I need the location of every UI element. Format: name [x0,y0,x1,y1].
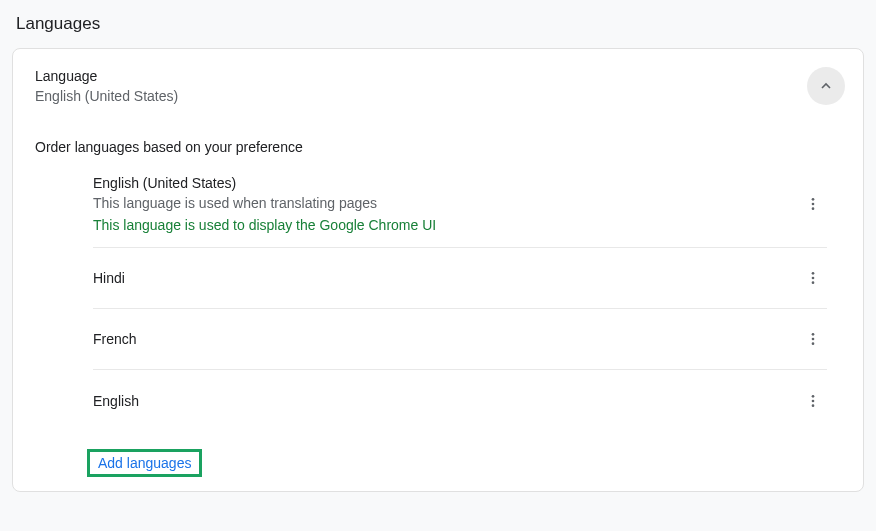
add-languages-button[interactable]: Add languages [98,455,191,471]
more-options-button[interactable] [799,270,827,286]
order-label: Order languages based on your preference [13,117,863,161]
language-row: Hindi [93,248,827,309]
svg-point-6 [812,333,815,336]
page-title: Languages [0,0,876,48]
add-languages-highlight: Add languages [87,449,202,477]
more-options-button[interactable] [799,196,827,212]
languages-card: Language English (United States) Order l… [12,48,864,492]
language-note: This language is used when translating p… [93,195,799,211]
more-vert-icon [805,196,821,212]
language-name: French [93,331,799,347]
language-row: English [93,370,827,431]
language-text: Hindi [93,266,799,290]
svg-point-5 [812,281,815,284]
card-header-text: Language English (United States) [35,68,807,104]
language-note-ui: This language is used to display the Goo… [93,217,799,233]
more-vert-icon [805,393,821,409]
svg-point-8 [812,342,815,345]
svg-point-1 [812,203,815,206]
language-row: French [93,309,827,370]
language-text: English (United States) This language is… [93,171,799,237]
language-text: English [93,389,799,413]
language-list: English (United States) This language is… [13,161,863,431]
svg-point-3 [812,272,815,275]
language-name: English [93,393,799,409]
more-vert-icon [805,270,821,286]
language-name: Hindi [93,270,799,286]
svg-point-0 [812,198,815,201]
svg-point-4 [812,277,815,280]
svg-point-7 [812,338,815,341]
language-text: French [93,327,799,351]
more-vert-icon [805,331,821,347]
svg-point-11 [812,404,815,407]
card-header[interactable]: Language English (United States) [13,49,863,117]
svg-point-10 [812,399,815,402]
section-subtitle: English (United States) [35,88,807,104]
svg-point-2 [812,207,815,210]
language-row: English (United States) This language is… [93,161,827,248]
more-options-button[interactable] [799,331,827,347]
chevron-up-icon [818,78,834,94]
more-options-button[interactable] [799,393,827,409]
svg-point-9 [812,395,815,398]
language-name: English (United States) [93,175,799,191]
section-title: Language [35,68,807,84]
collapse-button[interactable] [807,67,845,105]
